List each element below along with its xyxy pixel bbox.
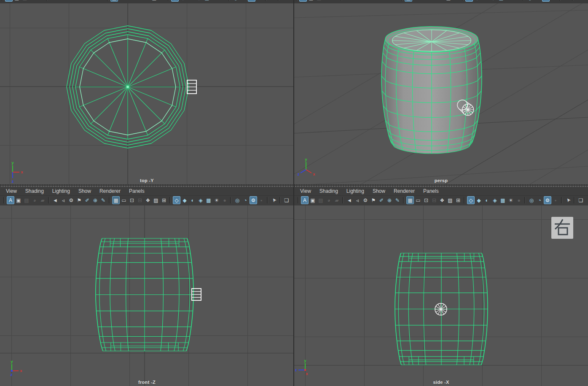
soft-select-icon[interactable]: ▰ [333, 196, 341, 204]
menu-view[interactable]: View [6, 187, 17, 196]
wireframe-display-icon[interactable]: ◇ [465, 0, 473, 2]
menu-shading[interactable]: Shading [25, 187, 44, 196]
cylinder-object[interactable] [187, 80, 196, 94]
select-cursor-icon[interactable]: ➤ [268, 195, 279, 206]
default-lighting-icon[interactable]: ☀ [213, 196, 220, 204]
flat-shade-icon[interactable]: ◐ [187, 0, 195, 2]
select-cursor-icon[interactable]: ➤ [561, 0, 572, 3]
grid-toggle-icon[interactable]: ▦ [112, 196, 120, 204]
menu-lighting[interactable]: Lighting [346, 187, 364, 196]
soft-select-icon[interactable]: ▰ [37, 0, 45, 2]
menu-renderer[interactable]: Renderer [99, 187, 121, 196]
region-zoom-icon[interactable]: ⊕ [91, 196, 99, 204]
debug-shading-icon[interactable]: ▪ [258, 196, 265, 204]
lasso-select-icon[interactable]: ▤ [317, 196, 325, 204]
grease-pencil-icon[interactable]: ✐ [82, 0, 89, 2]
smooth-shade-icon[interactable]: ◆ [473, 0, 481, 2]
lasso-select-icon[interactable]: ▤ [21, 0, 29, 2]
marquee-select-icon[interactable]: ▣ [15, 196, 22, 204]
bookmark-icon[interactable]: ⚑ [370, 196, 377, 204]
select-tool-icon[interactable]: A [301, 196, 309, 204]
grid-toggle-icon[interactable]: ▦ [405, 0, 412, 2]
lasso-select-icon[interactable]: ▤ [23, 196, 30, 204]
annotate-pencil-icon[interactable]: ✎ [394, 196, 401, 204]
select-camera-icon[interactable]: ◄ [346, 196, 353, 204]
film-gate-icon[interactable]: ▭ [413, 0, 420, 2]
camera-attributes-icon[interactable]: ⚙ [360, 0, 368, 2]
menu-show[interactable]: Show [373, 187, 385, 196]
shadows-toggle-icon[interactable]: ● [513, 0, 521, 2]
resolution-gate-icon[interactable]: ⊡ [422, 196, 430, 204]
image-plane-toggle-icon[interactable]: ▨ [446, 196, 454, 204]
image-plane-toggle-icon[interactable]: ▨ [445, 0, 452, 2]
shadows-toggle-icon[interactable]: ● [221, 196, 228, 204]
field-chart-icon[interactable]: ❖ [142, 0, 150, 2]
wireframe-on-shaded-icon[interactable]: ▩ [203, 0, 211, 2]
shadows-toggle-icon[interactable]: ● [515, 196, 523, 204]
gamma-icon[interactable]: ◔ [536, 196, 543, 204]
grease-pencil-icon[interactable]: ✐ [376, 0, 384, 2]
gate-mask-icon[interactable]: ⊟ [136, 196, 144, 204]
image-plane-toggle-icon[interactable]: ▨ [152, 196, 160, 204]
smooth-shade-icon[interactable]: ◆ [475, 196, 483, 204]
image-plane-toggle-icon[interactable]: ▨ [150, 0, 158, 2]
soft-select-icon[interactable]: ▰ [331, 0, 339, 2]
grease-pencil-icon[interactable]: ✐ [378, 196, 385, 204]
viewport-renderer-settings-icon[interactable]: ⚙ [250, 196, 257, 204]
viewport-top[interactable]: yxz top -Y [0, 3, 294, 184]
paint-select-icon[interactable]: ◕ [29, 0, 37, 2]
menu-view[interactable]: View [300, 187, 311, 196]
menu-renderer[interactable]: Renderer [394, 187, 415, 196]
wireframe-on-shaded-icon[interactable]: ▩ [499, 196, 507, 204]
default-lighting-icon[interactable]: ☀ [211, 0, 219, 2]
menu-shading[interactable]: Shading [320, 187, 338, 196]
smooth-shade-icon[interactable]: ◆ [181, 196, 188, 204]
gate-mask-icon[interactable]: ⊟ [134, 0, 142, 2]
gate-mask-icon[interactable]: ⊟ [429, 0, 436, 2]
soft-select-icon[interactable]: ▰ [39, 196, 46, 204]
grid-toggle-icon[interactable]: ▦ [406, 196, 414, 204]
debug-shading-icon[interactable]: ▪ [256, 0, 263, 2]
field-chart-icon[interactable]: ❖ [438, 196, 446, 204]
annotate-pencil-icon[interactable]: ✎ [99, 196, 107, 204]
menu-lighting[interactable]: Lighting [52, 187, 70, 196]
barrel-object-persp[interactable] [381, 27, 482, 154]
menu-show[interactable]: Show [78, 187, 91, 196]
textured-display-icon[interactable]: ◈ [197, 196, 204, 204]
safe-title-icon[interactable]: ⊞ [453, 0, 460, 2]
camera-attributes-icon[interactable]: ⚙ [362, 196, 369, 204]
wireframe-on-shaded-icon[interactable]: ▩ [497, 0, 505, 2]
lock-camera-icon[interactable]: ◃ [354, 196, 361, 204]
viewport-side[interactable]: yzx side -X [294, 205, 588, 386]
grease-pencil-icon[interactable]: ✐ [83, 196, 91, 204]
region-zoom-icon[interactable]: ⊕ [90, 0, 97, 2]
smooth-shade-icon[interactable]: ◆ [179, 0, 187, 2]
default-lighting-icon[interactable]: ☀ [507, 196, 515, 204]
panel-layout-icon[interactable]: ❏ [575, 0, 583, 2]
menu-panels[interactable]: Panels [423, 187, 439, 196]
marquee-select-icon[interactable]: ▣ [307, 0, 315, 2]
grid-toggle-icon[interactable]: ▦ [110, 0, 118, 2]
camera-attributes-icon[interactable]: ⚙ [67, 196, 75, 204]
textured-display-icon[interactable]: ◈ [489, 0, 497, 2]
camera-attributes-icon[interactable]: ⚙ [66, 0, 73, 2]
bookmark-icon[interactable]: ⚑ [368, 0, 376, 2]
flat-shade-icon[interactable]: ◐ [189, 196, 196, 204]
exposure-icon[interactable]: ◎ [526, 0, 534, 2]
panel-layout-icon[interactable]: ❏ [283, 196, 290, 204]
lock-camera-icon[interactable]: ◃ [58, 0, 65, 2]
film-gate-icon[interactable]: ▭ [414, 196, 422, 204]
lasso-select-icon[interactable]: ▤ [315, 0, 323, 2]
cylinder-object-end-on[interactable] [435, 303, 447, 315]
lock-camera-icon[interactable]: ◃ [59, 196, 67, 204]
marquee-select-icon[interactable]: ▣ [13, 0, 21, 2]
region-zoom-icon[interactable]: ⊕ [384, 0, 392, 2]
safe-title-icon[interactable]: ⊞ [454, 196, 462, 204]
safe-title-icon[interactable]: ⊞ [160, 196, 168, 204]
select-camera-icon[interactable]: ◄ [50, 0, 57, 2]
bookmark-icon[interactable]: ⚑ [74, 0, 81, 2]
panel-layout-icon[interactable]: ❏ [281, 0, 289, 2]
gamma-icon[interactable]: ◔ [240, 0, 247, 2]
select-tool-icon[interactable]: A [299, 0, 307, 2]
annotate-pencil-icon[interactable]: ✎ [98, 0, 105, 2]
